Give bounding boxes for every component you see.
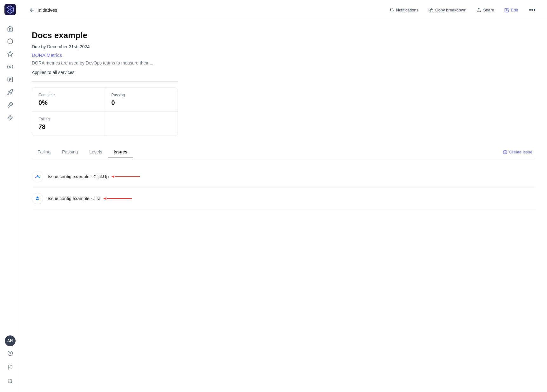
svg-line-11 xyxy=(11,382,12,383)
tabs-bar: Failing Passing Levels Issues Create iss… xyxy=(32,146,536,158)
topbar-left: Initiatives xyxy=(29,7,388,13)
svg-marker-1 xyxy=(7,51,13,57)
tab-failing[interactable]: Failing xyxy=(32,146,56,158)
user-avatar[interactable]: AH xyxy=(5,335,16,346)
cube-nav-icon[interactable] xyxy=(4,36,16,47)
back-button[interactable] xyxy=(29,7,35,13)
passing-label: Passing xyxy=(111,93,172,97)
edit-button[interactable]: Edit xyxy=(503,6,520,14)
stats-row-2: Failing 78 xyxy=(32,112,178,136)
svg-marker-21 xyxy=(111,175,114,178)
svg-rect-14 xyxy=(430,10,433,12)
star-nav-icon[interactable] xyxy=(4,48,16,60)
main-content: Initiatives Notifications Copy breakdown… xyxy=(20,0,547,392)
issue-clickup-title: Issue config example - ClickUp xyxy=(48,174,109,179)
svg-point-22 xyxy=(34,195,41,202)
create-issue-label: Create issue xyxy=(509,150,532,154)
issue-item-jira[interactable]: Issue config example - Jira xyxy=(32,188,536,210)
tab-passing[interactable]: Passing xyxy=(56,146,84,158)
issue-jira-title: Issue config example - Jira xyxy=(48,196,101,201)
share-label: Share xyxy=(483,8,494,12)
failing-stat: Failing 78 xyxy=(32,112,105,136)
rocket-nav-icon[interactable] xyxy=(4,86,16,98)
stats-box: Complete 0% Passing 0 Failing 78 xyxy=(32,87,178,136)
section-divider xyxy=(32,81,178,82)
document-nav-icon[interactable] xyxy=(4,74,16,85)
settings-nav-icon[interactable] xyxy=(4,61,16,72)
complete-stat: Complete 0% xyxy=(32,88,105,112)
sidebar: AH xyxy=(0,0,20,392)
topbar-actions: Notifications Copy breakdown Share Edit … xyxy=(388,5,538,15)
passing-value: 0 xyxy=(111,99,172,106)
copy-breakdown-button[interactable]: Copy breakdown xyxy=(427,6,468,14)
svg-point-10 xyxy=(8,379,12,383)
clickup-icon xyxy=(32,171,43,182)
passing-stat: Passing 0 xyxy=(105,88,178,112)
clickup-arrow-indicator xyxy=(111,175,140,179)
copy-breakdown-label: Copy breakdown xyxy=(435,8,466,12)
topbar-breadcrumb-title: Initiatives xyxy=(37,7,57,13)
jira-icon xyxy=(32,193,43,204)
tab-issues[interactable]: Issues xyxy=(108,146,133,158)
dora-description: DORA metrics are used by DevOps teams to… xyxy=(32,60,536,65)
home-nav-icon[interactable] xyxy=(4,23,16,34)
applies-label: Applies to all services xyxy=(32,70,536,75)
failing-label: Failing xyxy=(38,117,98,121)
failing-value: 78 xyxy=(38,123,98,131)
issue-item-clickup[interactable]: Issue config example - ClickUp xyxy=(32,166,536,188)
empty-stat xyxy=(105,112,178,136)
share-button[interactable]: Share xyxy=(475,6,496,14)
notifications-label: Notifications xyxy=(396,8,419,12)
complete-label: Complete xyxy=(38,93,98,97)
page-content: Docs example Due by December 31st, 2024 … xyxy=(20,20,547,392)
edit-label: Edit xyxy=(511,8,518,12)
notifications-button[interactable]: Notifications xyxy=(388,6,421,14)
flag-nav-icon[interactable] xyxy=(4,362,16,373)
more-options-button[interactable]: ••• xyxy=(526,5,538,15)
dora-metrics-link[interactable]: DORA Metrics xyxy=(32,52,62,58)
page-title: Docs example xyxy=(32,30,536,40)
create-issue-button[interactable]: Create issue xyxy=(500,148,536,156)
svg-point-2 xyxy=(9,66,11,68)
tab-levels[interactable]: Levels xyxy=(84,146,108,158)
issue-list: Issue config example - ClickUp xyxy=(32,166,536,210)
app-logo[interactable] xyxy=(4,4,16,15)
due-date: Due by December 31st, 2024 xyxy=(32,44,536,49)
issue-jira-content: Issue config example - Jira xyxy=(48,196,132,201)
jira-arrow-indicator xyxy=(103,197,132,200)
issue-clickup-content: Issue config example - ClickUp xyxy=(48,174,140,179)
sidebar-bottom: AH xyxy=(4,335,16,388)
lightning-nav-icon[interactable] xyxy=(4,112,16,123)
search-nav-icon[interactable] xyxy=(4,375,16,387)
help-nav-icon[interactable] xyxy=(4,348,16,359)
tabs-list: Failing Passing Levels Issues xyxy=(32,146,133,158)
complete-value: 0% xyxy=(38,99,98,106)
stats-row-1: Complete 0% Passing 0 xyxy=(32,88,178,112)
tool-nav-icon[interactable] xyxy=(4,99,16,111)
svg-marker-24 xyxy=(103,197,106,200)
topbar: Initiatives Notifications Copy breakdown… xyxy=(20,0,547,20)
